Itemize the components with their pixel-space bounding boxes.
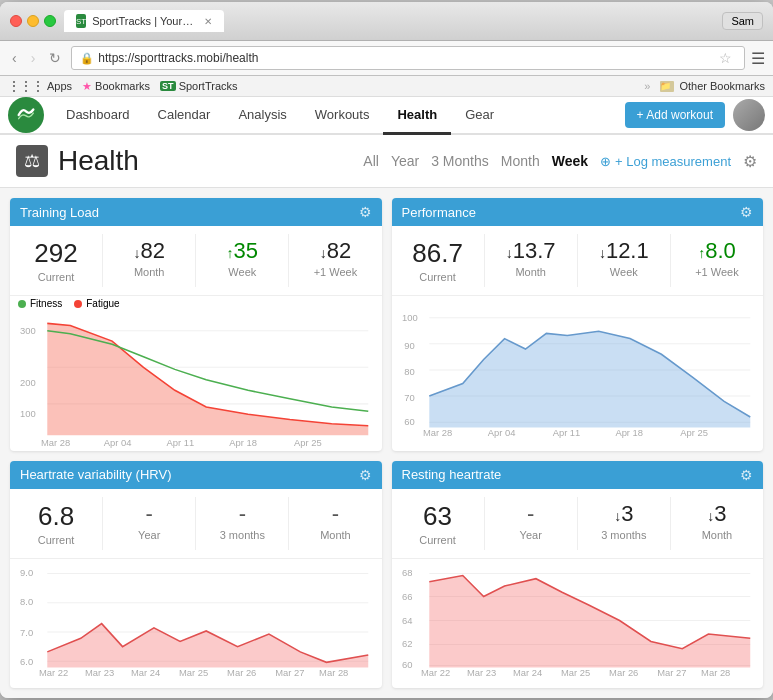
tab-close-icon[interactable]: ✕ [204, 16, 212, 27]
tl-x-apr04: Apr 04 [104, 437, 132, 448]
page-content: ⚖ Health All Year 3 Months Month Week ⊕ … [0, 135, 773, 698]
perf-x-apr04: Apr 04 [487, 427, 515, 438]
performance-stats: 86.7 Current ↓13.7 Month ↓12.1 Week ↑8.0… [392, 226, 764, 296]
filter-3months[interactable]: 3 Months [431, 153, 489, 169]
bookmark-other[interactable]: 📁 Other Bookmarks [660, 80, 765, 92]
resting-hr-stats: 63 Current - Year ↓3 3 months ↓3 Month [392, 489, 764, 559]
resting-hr-settings-icon[interactable]: ⚙ [740, 467, 753, 483]
close-button[interactable] [10, 15, 22, 27]
bookmark-bookmarks[interactable]: ★ Bookmarks [82, 80, 150, 93]
performance-settings-icon[interactable]: ⚙ [740, 204, 753, 220]
app-nav: Dashboard Calendar Analysis Workouts Hea… [0, 97, 773, 135]
perf-week-label: Week [586, 266, 662, 278]
app-logo [8, 97, 44, 133]
hrv-x-mar22: Mar 22 [39, 667, 68, 678]
nav-workouts[interactable]: Workouts [301, 97, 384, 135]
minimize-button[interactable] [27, 15, 39, 27]
nav-health[interactable]: Health [383, 97, 451, 135]
nav-calendar[interactable]: Calendar [144, 97, 225, 135]
hrv-x-mar23: Mar 23 [85, 667, 114, 678]
hrv-chart-area: 9.0 8.0 7.0 6.0 Mar 22 [10, 559, 382, 688]
page-title: Health [58, 145, 139, 177]
rhr-month-label: Month [679, 529, 755, 541]
page-settings-icon[interactable]: ⚙ [743, 152, 757, 171]
url-bar: ‹ › ↻ 🔒 https://sporttracks.mobi/health … [0, 41, 773, 76]
nav-dashboard[interactable]: Dashboard [52, 97, 144, 135]
hrv-3months-label: 3 months [204, 529, 280, 541]
rhr-year-label: Year [493, 529, 569, 541]
nav-gear[interactable]: Gear [451, 97, 508, 135]
refresh-button[interactable]: ↻ [45, 48, 65, 68]
filter-week[interactable]: Week [552, 153, 588, 169]
perf-current-value: 86.7 [400, 238, 476, 269]
favicon: ST [76, 14, 86, 28]
perf-y-60: 60 [404, 417, 414, 428]
training-load-settings-icon[interactable]: ⚙ [359, 204, 372, 220]
add-workout-button[interactable]: + Add workout [625, 102, 725, 128]
rhr-y-66: 66 [402, 591, 412, 602]
bookmark-star-icon[interactable]: ☆ [719, 50, 736, 66]
rhr-x-mar22: Mar 22 [420, 667, 449, 678]
performance-widget: Performance ⚙ 86.7 Current ↓13.7 Month ↓… [392, 198, 764, 451]
hrv-year-value: - [111, 501, 187, 527]
hrv-x-mar26: Mar 26 [227, 667, 256, 678]
rhr-stat-month: ↓3 Month [671, 497, 763, 550]
back-button[interactable]: ‹ [8, 48, 21, 68]
menu-icon[interactable]: ☰ [751, 49, 765, 68]
maximize-button[interactable] [44, 15, 56, 27]
filter-month[interactable]: Month [501, 153, 540, 169]
plus-icon: ⊕ [600, 154, 611, 169]
tl-y-100: 100 [20, 409, 36, 420]
rhr-month-value: ↓3 [679, 501, 755, 527]
resting-hr-chart-area: 68 66 64 62 60 [392, 559, 764, 688]
url-input[interactable]: 🔒 https://sporttracks.mobi/health ☆ [71, 46, 745, 70]
hrv-x-mar27: Mar 27 [275, 667, 304, 678]
tl-stat-current: 292 Current [10, 234, 103, 287]
performance-header: Performance ⚙ [392, 198, 764, 226]
hrv-y-8: 8.0 [20, 596, 33, 607]
hrv-3months-value: - [204, 501, 280, 527]
perf-x-apr11: Apr 11 [552, 427, 580, 438]
filter-all[interactable]: All [363, 153, 379, 169]
tl-stat-month: ↓82 Month [103, 234, 196, 287]
bookmark-apps[interactable]: ⋮⋮⋮ Apps [8, 79, 72, 93]
rhr-3months-label: 3 months [586, 529, 662, 541]
perf-plus1week-label: +1 Week [679, 266, 755, 278]
perf-month-value: ↓13.7 [493, 238, 569, 264]
page-header: ⚖ Health All Year 3 Months Month Week ⊕ … [0, 135, 773, 188]
tl-plus1week-label: +1 Week [297, 266, 373, 278]
bookmarks-bar: ⋮⋮⋮ Apps ★ Bookmarks ST SportTracks » 📁 … [0, 76, 773, 97]
training-load-chart-area: 300 200 100 Mar 28 Apr [10, 311, 382, 450]
legend-fatigue: Fatigue [74, 298, 119, 309]
perf-x-apr25: Apr 25 [680, 427, 708, 438]
nav-analysis[interactable]: Analysis [224, 97, 300, 135]
perf-stat-current: 86.7 Current [392, 234, 485, 287]
filter-year[interactable]: Year [391, 153, 419, 169]
forward-button[interactable]: › [27, 48, 40, 68]
hrv-x-mar25: Mar 25 [179, 667, 208, 678]
training-load-title: Training Load [20, 205, 99, 220]
hrv-title: Heartrate variability (HRV) [20, 467, 171, 482]
perf-stat-week: ↓12.1 Week [578, 234, 671, 287]
bookmark-sporttracks[interactable]: ST SportTracks [160, 80, 237, 92]
title-bar: ST SportTracks | Your Path to ... ✕ Sam [0, 2, 773, 41]
active-tab[interactable]: ST SportTracks | Your Path to ... ✕ [64, 10, 224, 32]
page-icon: ⚖ [16, 145, 48, 177]
tl-week-label: Week [204, 266, 280, 278]
window-buttons [10, 15, 56, 27]
perf-stat-plus1week: ↑8.0 +1 Week [671, 234, 763, 287]
performance-chart: 100 90 80 70 60 [400, 302, 756, 438]
hrv-y-7: 7.0 [20, 627, 33, 638]
hrv-y-6: 6.0 [20, 656, 33, 667]
tl-x-apr11: Apr 11 [166, 437, 194, 448]
user-button[interactable]: Sam [722, 12, 763, 30]
hrv-settings-icon[interactable]: ⚙ [359, 467, 372, 483]
rhr-x-mar23: Mar 23 [466, 667, 495, 678]
rhr-x-mar26: Mar 26 [609, 667, 638, 678]
rhr-stat-year: - Year [485, 497, 578, 550]
hrv-widget: Heartrate variability (HRV) ⚙ 6.8 Curren… [10, 461, 382, 688]
hrv-year-label: Year [111, 529, 187, 541]
fitness-label: Fitness [30, 298, 62, 309]
log-measurement-button[interactable]: ⊕ + Log measurement [600, 154, 731, 169]
rhr-current-label: Current [400, 534, 476, 546]
